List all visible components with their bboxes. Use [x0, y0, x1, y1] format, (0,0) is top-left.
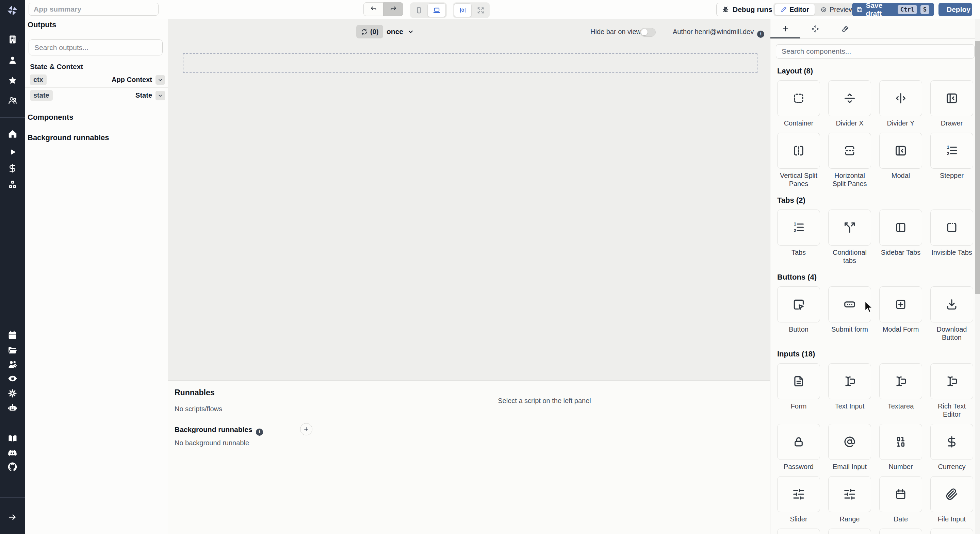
component-card-submit-form[interactable]: Submit form	[828, 286, 871, 333]
component-card-divider-x[interactable]: Divider X	[828, 80, 871, 127]
windmill-logo-icon[interactable]	[6, 4, 19, 17]
number-icon	[894, 435, 907, 448]
sidebar-item-ai[interactable]	[0, 402, 25, 414]
eye-icon	[8, 373, 18, 384]
component-card-slider[interactable]: Slider	[777, 476, 820, 523]
sidebar-item-favorites[interactable]	[0, 75, 25, 87]
info-icon[interactable]: i	[757, 30, 764, 38]
component-card-range[interactable]: Range	[828, 476, 871, 523]
component-card-modal-form[interactable]: Modal Form	[879, 286, 922, 333]
components-list: Layout (8) Container Divider X Divider Y…	[770, 67, 980, 534]
component-card-sidebar-tabs[interactable]: Sidebar Tabs	[879, 210, 922, 256]
component-card-modal[interactable]: Modal	[879, 133, 922, 180]
hide-bar-toggle[interactable]	[640, 28, 656, 37]
deploy-button[interactable]: Deploy	[939, 3, 972, 16]
sidebar-item-github[interactable]	[0, 461, 25, 473]
debug-runs-label: Debug runs	[733, 5, 772, 14]
component-card-text-input[interactable]: Text Input	[828, 363, 871, 410]
info-icon[interactable]: i	[256, 429, 263, 436]
component-card-horizontal-split-panes[interactable]: Horizontal Split Panes	[828, 133, 871, 188]
refresh-interval-select[interactable]: once	[387, 25, 414, 38]
sidebar-item-home[interactable]	[0, 128, 25, 140]
component-card-number[interactable]: Number	[879, 424, 922, 471]
component-card-rich-text-editor[interactable]: Rich Text Editor	[930, 363, 973, 418]
tab-editor[interactable]: Editor	[775, 4, 815, 15]
refresh-all-button[interactable]: (0)	[356, 25, 383, 38]
component-card-textarea[interactable]: Textarea	[879, 363, 922, 410]
sidebar-item-workspace[interactable]	[0, 33, 25, 46]
sidebar-item-docs[interactable]	[0, 432, 25, 445]
component-card-download-button[interactable]: Download Button	[930, 286, 973, 342]
component-card-divider-y[interactable]: Divider Y	[879, 80, 922, 127]
component-card-email-input[interactable]: Email Input	[828, 424, 871, 471]
component-card-button[interactable]: Button	[777, 286, 820, 333]
download-icon	[945, 298, 958, 311]
sidebar-item-resources[interactable]	[0, 178, 25, 191]
component-card-container[interactable]: Container	[777, 80, 820, 127]
component-card-invisible-tabs[interactable]: Invisible Tabs	[930, 210, 973, 256]
tab-insert-component[interactable]	[770, 19, 800, 38]
svg-text:1: 1	[794, 222, 796, 227]
tab-theme[interactable]	[830, 19, 860, 38]
component-card-vertical-split-panes[interactable]: Vertical Split Panes	[777, 133, 820, 188]
fullscreen-button[interactable]	[472, 3, 488, 17]
search-components-input[interactable]	[776, 44, 975, 59]
conditional-tabs-icon	[843, 221, 856, 234]
undo-button[interactable]	[363, 2, 383, 16]
align-expand-group	[453, 2, 490, 18]
device-preview-group	[410, 2, 447, 18]
mobile-view-button[interactable]	[411, 3, 427, 17]
preview-eye-icon	[821, 6, 827, 13]
sidebar-item-discord[interactable]	[0, 447, 25, 459]
sidebar-item-runs[interactable]	[0, 146, 25, 158]
plus-icon	[303, 426, 309, 432]
component-card-password[interactable]: Password	[777, 424, 820, 471]
component-card-partial[interactable]	[879, 529, 922, 534]
component-card-currency[interactable]: Currency	[930, 424, 973, 471]
sidebar-item-settings[interactable]	[0, 387, 25, 399]
component-card-partial[interactable]	[930, 529, 973, 534]
component-card-stepper[interactable]: 12 Stepper	[930, 133, 973, 180]
submit-form-icon	[843, 298, 856, 311]
sidebar-collapse-toggle[interactable]	[0, 511, 25, 523]
center-canvas-button[interactable]	[454, 3, 472, 17]
debug-runs-button[interactable]: Debug runs	[716, 3, 778, 16]
sidebar-item-variables[interactable]	[0, 162, 25, 174]
empty-component-dropzone[interactable]	[183, 53, 757, 73]
form-icon	[792, 375, 805, 388]
hide-bar-label: Hide bar on view	[590, 28, 641, 36]
sidebar-item-user[interactable]	[0, 54, 25, 66]
outputs-title: Outputs	[27, 21, 56, 29]
interval-label: once	[387, 27, 403, 36]
arrow-right-icon	[8, 512, 18, 522]
desktop-view-button[interactable]	[427, 3, 446, 17]
sidebar-divider	[0, 497, 25, 497]
add-background-runnable-button[interactable]	[300, 423, 312, 435]
redo-button[interactable]	[383, 2, 403, 16]
pencil-icon	[780, 6, 787, 13]
component-card-partial[interactable]	[777, 529, 820, 534]
sidebar-item-groups[interactable]	[0, 94, 25, 106]
app-summary-input[interactable]	[29, 3, 159, 16]
component-card-tabs[interactable]: 12 Tabs	[777, 210, 820, 256]
component-card-form[interactable]: Form	[777, 363, 820, 410]
expand-state-button[interactable]	[156, 91, 165, 100]
output-row-state[interactable]: state State	[25, 87, 168, 103]
component-card-file-input[interactable]: File Input	[930, 476, 973, 523]
tab-component-settings[interactable]	[800, 19, 830, 38]
scrollbar-thumb[interactable]	[975, 41, 980, 294]
sidebar-item-workers[interactable]	[0, 358, 25, 370]
component-card-conditional-tabs[interactable]: Conditional tabs	[828, 210, 871, 265]
component-card-partial[interactable]	[828, 529, 871, 534]
search-outputs-input[interactable]	[29, 40, 163, 56]
component-card-date[interactable]: Date	[879, 476, 922, 523]
component-card-drawer[interactable]: Drawer	[930, 80, 973, 127]
output-row-ctx[interactable]: ctx App Context	[25, 72, 168, 87]
sidebar-item-audit-logs[interactable]	[0, 372, 25, 385]
github-icon	[7, 462, 18, 472]
sidebar-item-schedules[interactable]	[0, 329, 25, 341]
modal-icon	[894, 144, 907, 157]
save-draft-button[interactable]: Save draft Ctrl S	[852, 3, 934, 16]
sidebar-item-folders[interactable]	[0, 344, 25, 356]
expand-ctx-button[interactable]	[156, 75, 165, 85]
